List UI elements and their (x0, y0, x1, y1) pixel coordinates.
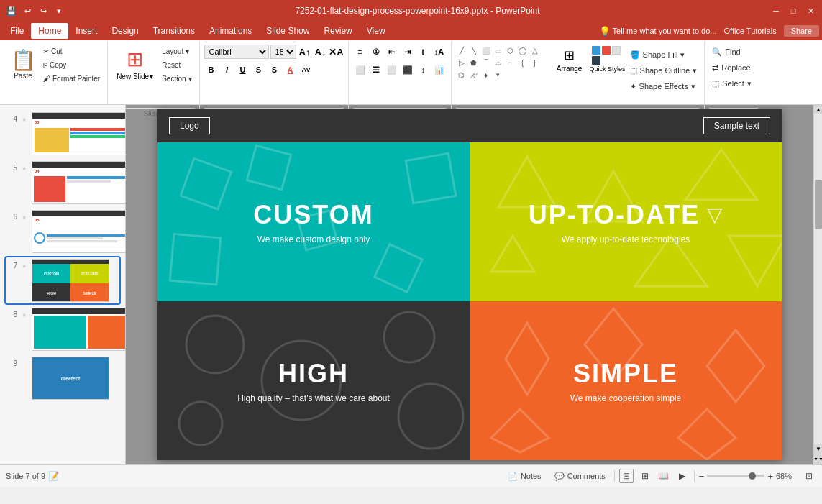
text-direction-button[interactable]: ↕A (432, 45, 447, 59)
font-color-button[interactable]: A (283, 63, 298, 77)
close-button[interactable]: ✕ (805, 5, 816, 17)
menu-insert[interactable]: Insert (68, 23, 104, 39)
align-center-button[interactable]: ☰ (369, 63, 383, 77)
scroll-down-button[interactable]: ▼ (814, 444, 822, 453)
shape-btn[interactable]: ╱ (456, 45, 467, 56)
style-swatch[interactable] (612, 46, 621, 55)
bold-button[interactable]: B (204, 63, 219, 77)
cut-button[interactable]: ✂ Cut (40, 45, 103, 58)
section-button[interactable]: Section ▾ (159, 72, 194, 85)
quadrant-uptodate[interactable]: UP-TO-DATE ▽ We apply up-to-date technol… (470, 142, 782, 301)
slide-thumb-5[interactable]: 5 ★ 04 (6, 160, 119, 206)
slide-sorter-button[interactable]: ⊞ (638, 469, 652, 483)
font-size-select[interactable]: 18 (270, 45, 296, 59)
shape-btn[interactable]: ⌒ (480, 57, 492, 68)
logo-placeholder[interactable]: Logo (169, 117, 210, 134)
comments-button[interactable]: 💬 Comments (550, 470, 610, 482)
scroll-up-button[interactable]: ▲ (814, 105, 822, 114)
shape-btn[interactable]: △ (529, 45, 541, 56)
menu-home[interactable]: Home (31, 23, 68, 39)
underline-button[interactable]: U (236, 63, 250, 77)
quadrant-high[interactable]: HIGH High quality – that's what we care … (157, 301, 470, 460)
menu-transitions[interactable]: Transitions (146, 23, 202, 39)
align-left-button[interactable]: ⬜ (353, 63, 367, 77)
reading-view-button[interactable]: 📖 (657, 469, 671, 483)
redo-icon[interactable]: ↪ (37, 5, 49, 17)
align-right-button[interactable]: ⬜ (385, 63, 399, 77)
style-swatch[interactable] (592, 56, 600, 65)
save-icon[interactable]: 💾 (6, 5, 17, 17)
decrease-font-button[interactable]: A↓ (314, 45, 328, 59)
style-swatch[interactable] (592, 46, 600, 55)
shape-btn[interactable]: ◯ (517, 45, 529, 56)
reset-button[interactable]: Reset (159, 58, 194, 71)
columns-button[interactable]: ⫿ (416, 45, 431, 59)
shape-btn[interactable]: ⬟ (468, 57, 480, 68)
menu-file[interactable]: File (3, 23, 31, 39)
style-swatch[interactable] (602, 46, 611, 55)
increase-font-button[interactable]: A↑ (298, 45, 312, 59)
customize-quick-access-icon[interactable]: ▾ (53, 5, 65, 17)
sample-text-placeholder[interactable]: Sample text (703, 117, 770, 134)
line-spacing-button[interactable]: ↕ (416, 63, 431, 77)
strikethrough-button[interactable]: S (252, 63, 266, 77)
menu-animations[interactable]: Animations (202, 23, 259, 39)
normal-view-button[interactable]: ⊟ (619, 469, 634, 483)
format-painter-button[interactable]: 🖌 Format Painter (40, 72, 103, 85)
smart-art-button[interactable]: 📊 (432, 63, 447, 77)
bullets-button[interactable]: ≡ (353, 45, 367, 59)
find-button[interactable]: 🔍 Find (709, 45, 743, 59)
shape-btn[interactable]: ⌢ (505, 57, 516, 68)
zoom-in-button[interactable]: + (767, 471, 773, 482)
paste-button[interactable]: 📋 Paste (7, 45, 39, 85)
slide-thumb-9[interactable]: 9 dieefect (6, 355, 119, 401)
character-spacing-button[interactable]: AV (299, 63, 314, 77)
office-tutorials-link[interactable]: Office Tutorials (723, 27, 776, 35)
shape-fill-button[interactable]: 🪣 Shape Fill ▾ (627, 47, 700, 62)
undo-icon[interactable]: ↩ (22, 5, 33, 17)
slide-show-button[interactable]: ▶ (675, 469, 690, 483)
arrange-button[interactable]: ⊞ Arrange (551, 46, 588, 74)
slide-thumb-7[interactable]: 7 ★ CUSTOM UP-TO-DATE HIGH SIMPLE (6, 257, 119, 303)
shape-btn[interactable]: ▭ (493, 45, 504, 56)
shape-btn[interactable]: ⌓ (493, 57, 504, 68)
fit-slide-button[interactable]: ⊡ (802, 469, 816, 483)
shape-btn[interactable]: ⬜ (480, 45, 492, 56)
increase-indent-button[interactable]: ⇥ (401, 45, 415, 59)
new-slide-button[interactable]: ⊞ New Slide ▾ (112, 45, 157, 83)
menu-slideshow[interactable]: Slide Show (259, 23, 316, 39)
share-button[interactable]: Share (784, 25, 819, 37)
shape-btn[interactable]: ╲ (468, 45, 480, 56)
slide-thumb-8[interactable]: 8 ★ (6, 306, 119, 352)
select-button[interactable]: ⬚ Select ▾ (709, 76, 754, 91)
minimize-button[interactable]: ─ (770, 5, 782, 17)
shape-btn[interactable]: { (517, 57, 529, 68)
zoom-out-button[interactable]: − (699, 471, 705, 482)
layout-button[interactable]: Layout ▾ (159, 45, 194, 58)
quadrant-simple[interactable]: SIMPLE We make cooperation simple (470, 301, 782, 460)
tell-me-input[interactable]: Tell me what you want to do... (613, 27, 717, 35)
quick-styles-label[interactable]: Quick Styles (590, 65, 626, 73)
notes-button[interactable]: 📄 Notes (503, 470, 546, 482)
shape-btn[interactable]: ⌭ (468, 69, 480, 81)
menu-design[interactable]: Design (104, 23, 145, 39)
copy-button[interactable]: ⎘ Copy (40, 58, 103, 71)
menu-review[interactable]: Review (316, 23, 359, 39)
zoom-level[interactable]: 68% (776, 472, 798, 480)
clear-format-button[interactable]: ✕A (329, 45, 344, 59)
quadrant-custom[interactable]: CUSTOM We make custom design only (157, 142, 470, 301)
replace-button[interactable]: ⇄ Replace (709, 60, 753, 75)
slide-thumb-4[interactable]: 4 ★ 03 (6, 111, 119, 157)
font-family-select[interactable]: Calibri (204, 45, 269, 59)
numbering-button[interactable]: ① (369, 45, 383, 59)
shapes-more-button[interactable]: ▾ (493, 69, 504, 81)
maximize-button[interactable]: □ (787, 5, 799, 17)
justify-button[interactable]: ⬛ (401, 63, 415, 77)
italic-button[interactable]: I (220, 63, 234, 77)
decrease-indent-button[interactable]: ⇤ (385, 45, 399, 59)
scroll-thumb[interactable] (815, 180, 822, 229)
menu-view[interactable]: View (360, 23, 393, 39)
scroll-bottom-extra[interactable]: ▼▼ (814, 453, 822, 464)
slide-canvas[interactable]: Logo Sample text (157, 109, 782, 460)
shape-outline-button[interactable]: ⬚ Shape Outline ▾ (627, 63, 700, 78)
